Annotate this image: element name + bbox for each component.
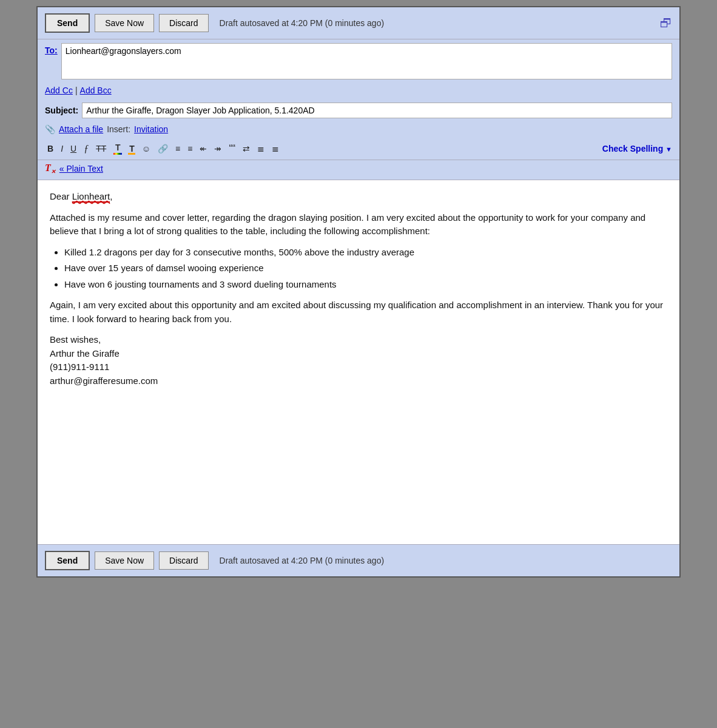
plain-text-link[interactable]: « Plain Text xyxy=(59,164,103,174)
expand-icon[interactable]: 🗗 xyxy=(660,16,672,30)
font-script-button[interactable]: ƒ xyxy=(81,142,91,155)
list-item: Killed 1.2 dragons per day for 3 consecu… xyxy=(64,246,667,260)
remove-format-button[interactable]: T xyxy=(127,143,137,155)
top-discard-button[interactable]: Discard xyxy=(159,14,208,32)
top-send-button[interactable]: Send xyxy=(45,13,90,33)
bottom-toolbar: Send Save Now Discard Draft autosaved at… xyxy=(38,544,679,576)
bottom-send-button[interactable]: Send xyxy=(45,551,90,570)
align-left-button[interactable]: ⇄ xyxy=(240,143,252,155)
numbered-list-button[interactable]: ≡ xyxy=(173,143,183,155)
greeting: Dear Lionheart, xyxy=(50,190,667,204)
greeting-name: Lionheart xyxy=(72,191,110,203)
body-paragraph-2: Again, I am very excited about this oppo… xyxy=(50,298,667,326)
paperclip-icon: 📎 xyxy=(45,124,55,134)
link-button[interactable]: 🔗 xyxy=(155,143,170,155)
bottom-discard-button[interactable]: Discard xyxy=(159,551,208,570)
add-cc-link[interactable]: Add Cc xyxy=(45,86,73,95)
pipe-separator: | xyxy=(75,86,78,95)
top-toolbar: Send Save Now Discard Draft autosaved at… xyxy=(38,7,679,39)
to-row: To: Lionheart@gragonslayers.com xyxy=(38,39,679,83)
blockquote-button[interactable]: ““ xyxy=(226,142,238,155)
align-right-button[interactable]: ≣ xyxy=(269,143,281,155)
sig-line-2: Arthur the Giraffe xyxy=(50,348,120,359)
font-color-button[interactable]: T xyxy=(111,141,124,156)
to-input[interactable]: Lionheart@gragonslayers.com xyxy=(61,43,672,79)
insert-label: Insert: xyxy=(107,124,130,134)
indent-more-button[interactable]: ↠ xyxy=(212,143,224,155)
sig-line-3: (911)911-9111 xyxy=(50,362,109,372)
add-bcc-link[interactable]: Add Bcc xyxy=(80,86,112,95)
bold-button[interactable]: B xyxy=(45,143,56,155)
cc-bcc-row: Add Cc | Add Bcc xyxy=(38,83,679,100)
indent-less-button[interactable]: ↞ xyxy=(197,143,209,155)
attach-row: 📎 Attach a file Insert: Invitation xyxy=(38,121,679,138)
subject-label: Subject: xyxy=(45,106,78,115)
bottom-save-now-button[interactable]: Save Now xyxy=(95,551,154,570)
list-item: Have over 15 years of damsel wooing expe… xyxy=(64,261,667,275)
italic-button[interactable]: I xyxy=(58,143,66,155)
format-toolbar: B I U ƒ TT T T ☺ 🔗 ≡ ≡ ↞ ↠ ““ ⇄ ≣ ≣ Chec… xyxy=(38,138,679,160)
invitation-link[interactable]: Invitation xyxy=(134,124,168,134)
attach-file-link[interactable]: Attach a file xyxy=(59,124,103,134)
align-center-button[interactable]: ≣ xyxy=(255,143,267,155)
compose-window: Send Save Now Discard Draft autosaved at… xyxy=(36,6,681,578)
strikethrough-button[interactable]: TT xyxy=(93,143,109,155)
subject-input[interactable] xyxy=(82,103,672,118)
top-save-now-button[interactable]: Save Now xyxy=(95,14,154,32)
body-paragraph-1: Attached is my resume and cover letter, … xyxy=(50,211,667,238)
underline-button[interactable]: U xyxy=(68,143,79,155)
subject-row: Subject: xyxy=(38,100,679,121)
remove-formatting-icon[interactable]: T✕ xyxy=(45,163,56,175)
emoji-button[interactable]: ☺ xyxy=(140,143,153,155)
check-spelling-button[interactable]: Check Spelling ▼ xyxy=(602,144,672,153)
sig-line-1: Best wishes, xyxy=(50,334,101,345)
email-body: Dear Lionheart, Attached is my resume an… xyxy=(38,180,679,544)
plain-text-row: T✕ « Plain Text xyxy=(38,160,679,180)
signature: Best wishes, Arthur the Giraffe (911)911… xyxy=(50,333,667,388)
sig-line-4: arthur@girafferesume.com xyxy=(50,376,158,386)
list-item: Have won 6 jousting tournaments and 3 sw… xyxy=(64,278,667,292)
bottom-autosave-status: Draft autosaved at 4:20 PM (0 minutes ag… xyxy=(220,556,385,565)
bullet-list: Killed 1.2 dragons per day for 3 consecu… xyxy=(64,246,667,292)
autosave-status: Draft autosaved at 4:20 PM (0 minutes ag… xyxy=(220,18,385,28)
bullet-list-button[interactable]: ≡ xyxy=(185,143,195,155)
to-label[interactable]: To: xyxy=(45,43,58,55)
